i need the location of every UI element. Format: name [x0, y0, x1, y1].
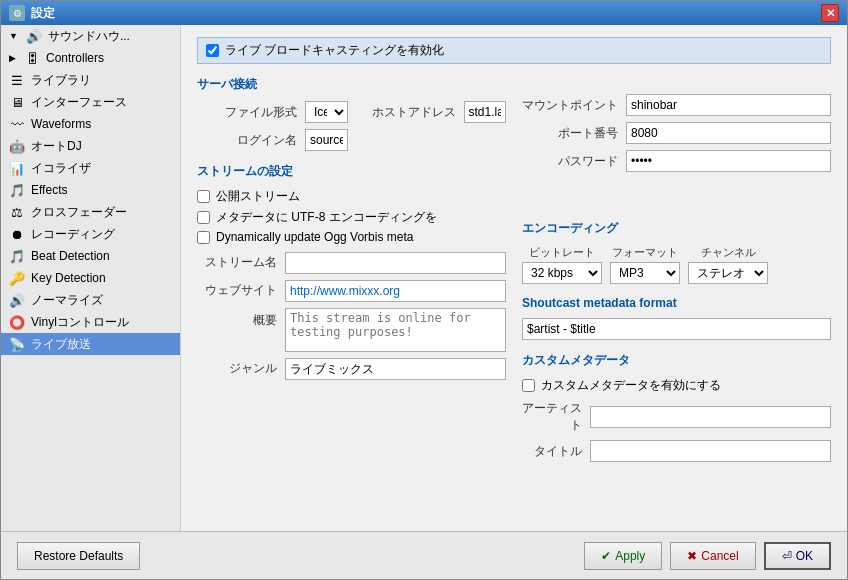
- public-stream-row: 公開ストリーム: [197, 188, 506, 205]
- sidebar-item-recording[interactable]: ⏺ レコーディング: [1, 223, 180, 245]
- mount-point-input[interactable]: [626, 94, 831, 116]
- encoding-section: エンコーディング ビットレート 32 kbps フォーマット: [522, 220, 831, 284]
- channel-select[interactable]: ステレオ: [688, 262, 768, 284]
- sidebar-item-normalize[interactable]: 🔊 ノーマライズ: [1, 289, 180, 311]
- custom-meta-section: カスタムメタデータ カスタムメタデータを有効にする アーティスト タイトル: [522, 352, 831, 462]
- bitrate-select[interactable]: 32 kbps: [522, 262, 602, 284]
- stream-name-input[interactable]: [285, 252, 506, 274]
- shoutcast-section: Shoutcast metadata format: [522, 296, 831, 340]
- utf8-label: メタデータに UTF-8 エンコーディングを: [216, 209, 437, 226]
- dynamic-ogg-label: Dynamically update Ogg Vorbis meta: [216, 230, 413, 244]
- format-label: フォーマット: [610, 245, 680, 260]
- enter-icon: ⏎: [782, 549, 792, 563]
- two-col-layout: サーバ接続 ファイル形式 Icecast 2 ホストアドレス ログイン名 ストリ…: [197, 76, 831, 462]
- apply-button[interactable]: ✔ Apply: [584, 542, 662, 570]
- sidebar-item-library[interactable]: ☰ ライブラリ: [1, 69, 180, 91]
- website-label: ウェブサイト: [197, 280, 277, 299]
- login-label: ログイン名: [197, 132, 297, 149]
- dynamic-ogg-checkbox[interactable]: [197, 231, 210, 244]
- port-input[interactable]: [626, 122, 831, 144]
- password-input[interactable]: [626, 150, 831, 172]
- sidebar-item-waveforms[interactable]: 〰 Waveforms: [1, 113, 180, 135]
- mount-point-label: マウントポイント: [522, 97, 618, 114]
- autodj-icon: 🤖: [9, 139, 25, 154]
- encoding-section-title: エンコーディング: [522, 220, 831, 237]
- sidebar-item-label: クロスフェーダー: [31, 204, 127, 221]
- sidebar-item-equalizer[interactable]: 📊 イコライザ: [1, 157, 180, 179]
- custom-enable-checkbox[interactable]: [522, 379, 535, 392]
- app-icon: ⚙: [9, 5, 25, 21]
- vinyl-icon: ⭕: [9, 315, 25, 330]
- host-label: ホストアドレス: [356, 104, 456, 121]
- crossfader-icon: ⚖: [9, 205, 25, 220]
- stream-details-form: ストリーム名 ウェブサイト 概要 This stream is online f…: [197, 252, 506, 380]
- sidebar-item-label: Key Detection: [31, 271, 106, 285]
- ok-button[interactable]: ⏎ OK: [764, 542, 831, 570]
- desc-label: 概要: [197, 308, 277, 329]
- recording-icon: ⏺: [9, 227, 25, 242]
- cancel-label: Cancel: [701, 549, 738, 563]
- public-stream-checkbox[interactable]: [197, 190, 210, 203]
- custom-enable-label: カスタムメタデータを有効にする: [541, 377, 721, 394]
- title-label: タイトル: [522, 443, 582, 460]
- titlebar-left: ⚙ 設定: [9, 5, 55, 22]
- title-input[interactable]: [590, 440, 831, 462]
- sidebar-item-label: ライブ放送: [31, 336, 91, 353]
- settings-window: ⚙ 設定 ✕ ▼ 🔊 サウンドハウ... ▶ 🎛 Controllers ☰ ラ…: [0, 0, 848, 580]
- sidebar-item-keydetection[interactable]: 🔑 Key Detection: [1, 267, 180, 289]
- sidebar-item-label: Waveforms: [31, 117, 91, 131]
- format-select[interactable]: MP3: [610, 262, 680, 284]
- enable-checkbox[interactable]: [206, 44, 219, 57]
- controllers-icon: 🎛: [24, 51, 40, 66]
- right-column: マウントポイント ポート番号 パスワード エンコーディング ビットレート: [522, 76, 831, 462]
- cancel-button[interactable]: ✖ Cancel: [670, 542, 755, 570]
- sidebar-item-effects[interactable]: 🎵 Effects: [1, 179, 180, 201]
- server-form: ファイル形式 Icecast 2 ホストアドレス ログイン名: [197, 101, 506, 151]
- sidebar-item-label: サウンドハウ...: [48, 28, 130, 45]
- sound-icon: 🔊: [26, 29, 42, 44]
- shoutcast-input[interactable]: [522, 318, 831, 340]
- effects-icon: 🎵: [9, 183, 25, 198]
- sidebar-item-controllers[interactable]: ▶ 🎛 Controllers: [1, 47, 180, 69]
- sidebar-item-sound[interactable]: ▼ 🔊 サウンドハウ...: [1, 25, 180, 47]
- dynamic-ogg-row: Dynamically update Ogg Vorbis meta: [197, 230, 506, 244]
- live-icon: 📡: [9, 337, 25, 352]
- server-section-title: サーバ接続: [197, 76, 506, 93]
- public-stream-label: 公開ストリーム: [216, 188, 300, 205]
- library-icon: ☰: [9, 73, 25, 88]
- login-input[interactable]: [305, 129, 348, 151]
- enable-label: ライブ ブロードキャスティングを有効化: [225, 42, 444, 59]
- arrow-icon: ▼: [9, 31, 18, 41]
- sidebar-item-live[interactable]: 📡 ライブ放送: [1, 333, 180, 355]
- stream-name-label: ストリーム名: [197, 252, 277, 271]
- artist-input[interactable]: [590, 406, 831, 428]
- sidebar-item-beatdetection[interactable]: 🎵 Beat Detection: [1, 245, 180, 267]
- close-button[interactable]: ✕: [821, 4, 839, 22]
- encoding-controls: ビットレート 32 kbps フォーマット MP3: [522, 245, 831, 284]
- file-format-select[interactable]: Icecast 2: [305, 101, 348, 123]
- utf8-row: メタデータに UTF-8 エンコーディングを: [197, 209, 506, 226]
- bitrate-label: ビットレート: [522, 245, 602, 260]
- sidebar: ▼ 🔊 サウンドハウ... ▶ 🎛 Controllers ☰ ライブラリ 🖥 …: [1, 25, 181, 531]
- titlebar: ⚙ 設定 ✕: [1, 1, 847, 25]
- sidebar-item-interface[interactable]: 🖥 インターフェース: [1, 91, 180, 113]
- utf8-checkbox[interactable]: [197, 211, 210, 224]
- x-icon: ✖: [687, 549, 697, 563]
- sidebar-item-vinyl[interactable]: ⭕ Vinylコントロール: [1, 311, 180, 333]
- host-input[interactable]: [464, 101, 507, 123]
- bitrate-col: ビットレート 32 kbps: [522, 245, 602, 284]
- beat-icon: 🎵: [9, 249, 25, 264]
- website-input[interactable]: [285, 280, 506, 302]
- sidebar-item-autodj[interactable]: 🤖 オートDJ: [1, 135, 180, 157]
- desc-textarea[interactable]: This stream is online for testing purpos…: [285, 308, 506, 352]
- custom-meta-form: アーティスト タイトル: [522, 400, 831, 462]
- genre-label: ジャンル: [197, 358, 277, 377]
- genre-input[interactable]: [285, 358, 506, 380]
- custom-enable-row: カスタムメタデータを有効にする: [522, 377, 831, 394]
- sidebar-item-crossfader[interactable]: ⚖ クロスフェーダー: [1, 201, 180, 223]
- restore-defaults-button[interactable]: Restore Defaults: [17, 542, 140, 570]
- server-right-form: マウントポイント ポート番号 パスワード: [522, 94, 831, 172]
- file-format-label: ファイル形式: [197, 104, 297, 121]
- sidebar-item-label: ノーマライズ: [31, 292, 103, 309]
- key-icon: 🔑: [9, 271, 25, 286]
